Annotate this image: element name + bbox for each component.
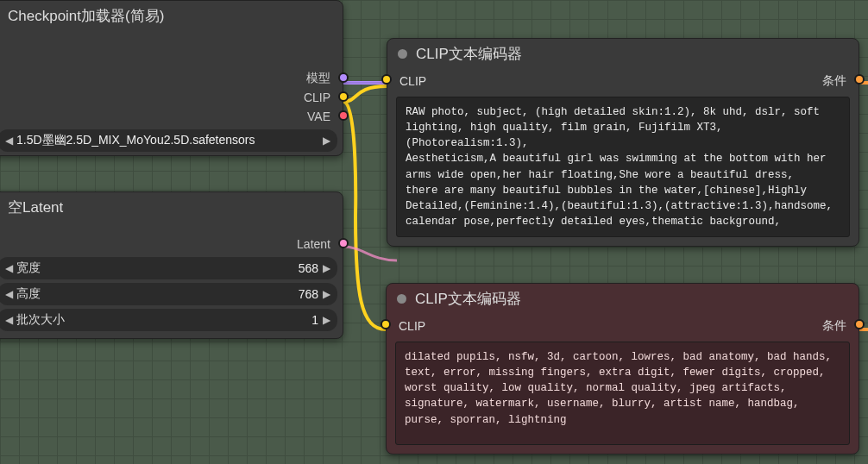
port-dot-clip-in[interactable] [381,319,391,329]
chevron-right-icon[interactable]: ▶ [322,314,330,326]
collapse-dot-icon[interactable] [398,49,407,59]
port-dot-vae[interactable] [338,110,349,121]
node-title: CLIP文本编码器 [387,39,859,71]
widget-label: 批次大小 [16,312,65,328]
chevron-left-icon[interactable]: ◀ [4,135,13,147]
port-label: Latent [293,237,343,251]
port-dot-model[interactable] [338,72,349,83]
node-title: 空Latent [0,192,343,224]
chevron-right-icon[interactable]: ▶ [322,288,330,300]
port-label: CLIP [399,319,425,333]
port-label: CLIP [399,74,426,88]
clip-text-encode-positive[interactable]: CLIP文本编码器 CLIP 条件 RAW photo, subject, (h… [387,38,859,247]
chevron-left-icon[interactable]: ◀ [4,288,13,300]
widget-value: 1 [65,313,318,327]
widget-value: 568 [41,261,318,275]
batch-widget[interactable]: ◀ 批次大小 1 ▶ [0,309,337,331]
port-dot-clip[interactable] [338,91,349,102]
output-latent[interactable]: Latent [0,235,343,254]
collapse-dot-icon[interactable] [397,294,406,304]
output-clip[interactable]: CLIP [0,88,343,107]
title-text: CLIP文本编码器 [415,289,521,309]
widget-label: 高度 [16,286,41,302]
port-label: CLIP [300,91,343,104]
chevron-right-icon[interactable]: ▶ [322,135,330,147]
ckpt-combo[interactable]: ◀ 1.5D墨幽2.5D_MIX_MoYou2.5D.safetensors ▶ [0,129,337,152]
title-text: 空Latent [8,198,63,217]
port-dot-latent[interactable] [338,238,349,248]
port-label: 条件 [822,73,846,89]
title-text: Checkpoint加载器(简易) [8,6,164,26]
port-dot-clip-in[interactable] [381,74,392,85]
port-label: 模型 [303,71,343,86]
output-model[interactable]: 模型 [0,69,343,88]
ckpt-value: 1.5D墨幽2.5D_MIX_MoYou2.5D.safetensors [16,133,318,148]
prompt-textarea[interactable]: dilated pupils, nsfw, 3d, cartoon, lowre… [395,342,850,445]
widget-value: 768 [41,287,318,301]
port-dot-cond-out[interactable] [854,74,865,85]
node-title: Checkpoint加载器(简易) [0,1,343,33]
port-dot-cond-out[interactable] [854,319,865,329]
empty-latent-node[interactable]: 空Latent Latent ◀ 宽度 568 ▶ ◀ 高度 768 ▶ ◀ 批… [0,191,343,339]
checkpoint-loader-node[interactable]: Checkpoint加载器(简易) 模型 CLIP VAE ◀ 1.5D墨幽2.… [0,0,343,156]
title-text: CLIP文本编码器 [416,44,522,64]
port-label: 条件 [822,318,846,334]
width-widget[interactable]: ◀ 宽度 568 ▶ [0,257,337,279]
node-title: CLIP文本编码器 [387,284,859,316]
port-label: VAE [304,110,343,123]
chevron-left-icon[interactable]: ◀ [4,262,13,274]
chevron-left-icon[interactable]: ◀ [4,314,13,326]
chevron-right-icon[interactable]: ▶ [322,262,330,274]
clip-text-encode-negative[interactable]: CLIP文本编码器 CLIP 条件 dilated pupils, nsfw, … [386,283,859,455]
height-widget[interactable]: ◀ 高度 768 ▶ [0,283,337,305]
prompt-textarea[interactable]: RAW photo, subject, (high detailed skin:… [396,97,850,237]
widget-label: 宽度 [16,260,41,276]
output-vae[interactable]: VAE [0,107,343,126]
